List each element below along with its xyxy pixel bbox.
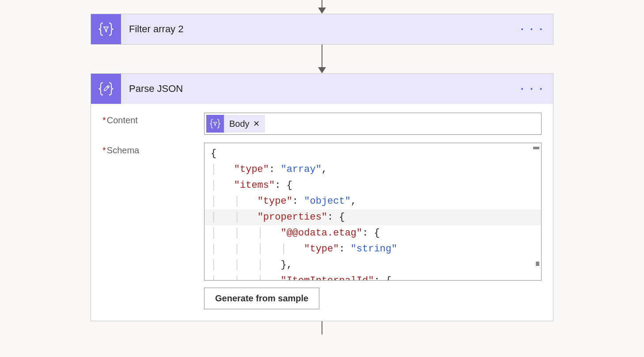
parse-json-menu[interactable]: · · ·: [512, 83, 553, 95]
token-filter-icon: [206, 115, 224, 133]
body-token[interactable]: Body ✕: [206, 115, 265, 133]
content-label: *Content: [102, 113, 204, 125]
schema-editor[interactable]: { │ "type": "array", │ "items": { │ │ "t…: [204, 143, 542, 281]
token-label: Body: [229, 119, 250, 129]
filter-brace-icon: [91, 14, 121, 44]
flow-arrow-middle: [318, 45, 326, 73]
filter-array-title: Filter array 2: [129, 23, 512, 35]
token-remove-icon[interactable]: ✕: [253, 119, 260, 129]
content-input[interactable]: Body ✕: [204, 113, 542, 135]
filter-array-header[interactable]: Filter array 2 · · ·: [91, 14, 553, 44]
schema-label: *Schema: [102, 143, 204, 156]
parse-json-header[interactable]: Parse JSON · · ·: [91, 74, 553, 104]
edit-brace-icon: [91, 74, 121, 104]
filter-array-menu[interactable]: · · ·: [512, 23, 553, 35]
generate-from-sample-button[interactable]: Generate from sample: [204, 288, 319, 309]
filter-array-card: Filter array 2 · · ·: [91, 14, 553, 45]
parse-json-title: Parse JSON: [129, 83, 512, 95]
parse-json-card: Parse JSON · · · *Content: [91, 73, 553, 321]
flow-arrow-top: [318, 0, 326, 14]
flow-arrow-bottom: [322, 321, 322, 334]
schema-scrollbar[interactable]: [533, 147, 539, 277]
